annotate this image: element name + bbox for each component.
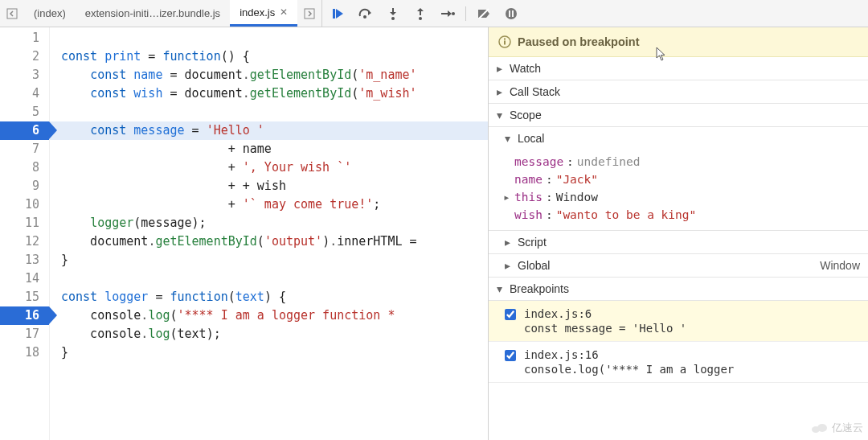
code-line[interactable]: + '` may come true!'; <box>50 195 488 214</box>
code-body[interactable]: const print = function() { const name = … <box>50 27 488 440</box>
svg-rect-0 <box>7 9 17 19</box>
section-breakpoints[interactable]: ▾ Breakpoints <box>489 278 868 301</box>
code-line[interactable]: document.getElementById('output').innerH… <box>50 232 488 251</box>
line-number[interactable]: 7 <box>0 140 49 158</box>
toolbar-divider <box>465 6 466 21</box>
code-line[interactable]: + + wish <box>50 177 488 195</box>
scope-variable[interactable]: wish: "wanto to be a king" <box>514 206 868 224</box>
line-number[interactable]: 2 <box>0 47 49 66</box>
line-number[interactable]: 1 <box>0 29 49 47</box>
scope-script-header[interactable]: ▸ Script <box>489 231 868 254</box>
step-button[interactable] <box>438 4 457 23</box>
prev-tab-button[interactable] <box>0 0 24 27</box>
svg-point-4 <box>391 17 395 20</box>
chevron-right-icon: ▸ <box>497 85 505 98</box>
code-line[interactable]: console.log('**** I am a logger function… <box>50 306 488 325</box>
scope-label: Local <box>518 132 544 145</box>
deactivate-breakpoints-button[interactable] <box>474 4 493 23</box>
line-number[interactable]: 8 <box>0 158 49 177</box>
breakpoint-item[interactable]: index.js:16console.log('**** I am a logg… <box>489 342 868 383</box>
cursor-icon <box>656 47 667 61</box>
line-number[interactable]: 9 <box>0 177 49 195</box>
pause-on-exceptions-button[interactable] <box>502 4 521 23</box>
step-into-button[interactable] <box>383 4 403 23</box>
code-line[interactable]: const wish = document.getElementById('m_… <box>50 84 488 103</box>
next-tab-button[interactable] <box>297 0 321 27</box>
breakpoint-checkbox[interactable] <box>505 350 516 361</box>
code-line[interactable]: } <box>50 251 488 269</box>
line-number[interactable]: 16 <box>0 306 49 325</box>
section-callstack[interactable]: ▸ Call Stack <box>489 80 868 104</box>
scope-variable[interactable]: message: undefined <box>514 153 868 171</box>
code-line[interactable] <box>50 269 488 288</box>
scope-local-header[interactable]: ▾ Local <box>489 127 868 150</box>
code-line[interactable]: const logger = function(text) { <box>50 288 488 306</box>
svg-point-3 <box>363 15 366 19</box>
breakpoint-source: const message = 'Hello ' <box>524 322 860 335</box>
breakpoint-checkbox[interactable] <box>505 309 516 320</box>
step-over-button[interactable] <box>356 4 375 23</box>
section-watch[interactable]: ▸ Watch <box>489 57 868 80</box>
code-editor[interactable]: 123456789101112131415161718 const print … <box>0 27 489 440</box>
code-line[interactable]: console.log(text); <box>50 325 488 343</box>
line-number[interactable]: 18 <box>0 343 49 362</box>
source-tabbar: (index) extension-initi…izer.bundle.js i… <box>0 0 868 27</box>
tab-label: extension-initi…izer.bundle.js <box>85 7 220 19</box>
scope-label: Global <box>518 259 550 272</box>
scope-global-header[interactable]: ▸ Global Window <box>489 254 868 278</box>
section-scope[interactable]: ▾ Scope <box>489 104 868 127</box>
scope-variable[interactable]: ▸this: Window <box>514 188 868 206</box>
code-line[interactable]: const message = 'Hello ' <box>50 121 488 140</box>
tab-indexjs[interactable]: index.js ✕ <box>230 0 297 27</box>
chevron-right-icon: ▸ <box>505 259 513 272</box>
debug-sidebar: Paused on breakpoint ▸ Watch ▸ Call Stac… <box>489 27 868 440</box>
variable-value: "Jack" <box>556 173 598 186</box>
chevron-right-icon: ▸ <box>497 62 505 75</box>
breakpoint-item[interactable]: index.js:6const message = 'Hello ' <box>489 301 868 342</box>
section-label: Watch <box>510 62 541 75</box>
code-line[interactable] <box>50 29 488 47</box>
resume-button[interactable] <box>329 4 348 23</box>
tab-label: (index) <box>34 7 66 19</box>
breakpoint-source: console.log('**** I am a logger <box>524 363 860 376</box>
breakpoint-list: index.js:6const message = 'Hello 'index.… <box>489 301 868 383</box>
line-number[interactable]: 13 <box>0 251 49 269</box>
code-line[interactable]: const print = function() { <box>50 47 488 66</box>
line-gutter[interactable]: 123456789101112131415161718 <box>0 27 50 440</box>
svg-rect-9 <box>509 10 510 17</box>
svg-point-5 <box>419 17 422 20</box>
scope-label: Script <box>518 236 547 249</box>
tab-bundle[interactable]: extension-initi…izer.bundle.js <box>76 0 230 27</box>
section-label: Call Stack <box>510 85 560 98</box>
line-number[interactable]: 5 <box>0 103 49 121</box>
line-number[interactable]: 14 <box>0 269 49 288</box>
code-line[interactable] <box>50 103 488 121</box>
line-number[interactable]: 10 <box>0 195 49 214</box>
code-line[interactable]: } <box>50 343 488 362</box>
chevron-down-icon: ▾ <box>497 282 505 295</box>
breakpoint-location: index.js:6 <box>524 307 860 320</box>
code-line[interactable]: const name = document.getElementById('m_… <box>50 66 488 84</box>
line-number[interactable]: 4 <box>0 84 49 103</box>
variable-name: name <box>514 173 542 186</box>
close-icon[interactable]: ✕ <box>280 6 288 18</box>
tab-index[interactable]: (index) <box>24 0 76 27</box>
line-number[interactable]: 15 <box>0 288 49 306</box>
line-number[interactable]: 11 <box>0 214 49 232</box>
chevron-right-icon: ▸ <box>505 236 513 249</box>
variable-value: Window <box>556 191 598 204</box>
line-number[interactable]: 12 <box>0 232 49 251</box>
svg-rect-10 <box>512 10 514 17</box>
code-line[interactable]: + name <box>50 140 488 158</box>
breakpoint-location: index.js:16 <box>524 348 860 361</box>
code-line[interactable]: logger(message); <box>50 214 488 232</box>
debug-toolbar <box>321 0 868 27</box>
line-number[interactable]: 3 <box>0 66 49 84</box>
step-out-button[interactable] <box>411 4 430 23</box>
line-number[interactable]: 17 <box>0 325 49 343</box>
scope-variable[interactable]: name: "Jack" <box>514 171 868 188</box>
code-line[interactable]: + ', Your wish `' <box>50 158 488 177</box>
line-number[interactable]: 6 <box>0 121 49 140</box>
svg-rect-12 <box>504 41 506 45</box>
paused-banner: Paused on breakpoint <box>489 27 868 57</box>
